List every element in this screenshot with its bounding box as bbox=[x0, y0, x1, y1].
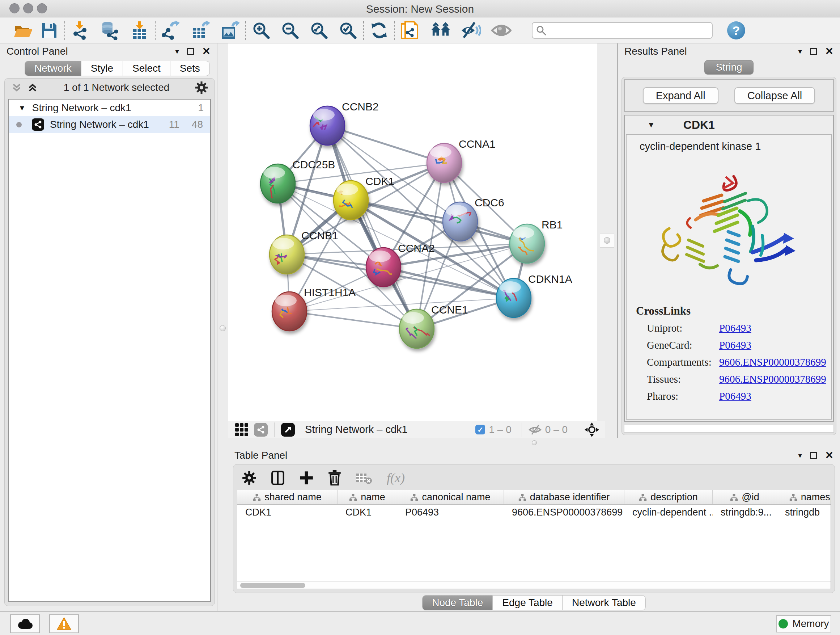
column-header-canonical-name[interactable]: canonical name bbox=[397, 490, 504, 504]
selected-nodes-checkbox[interactable]: ✓ bbox=[475, 424, 485, 434]
delete-column-trash-icon[interactable] bbox=[328, 470, 341, 486]
network-node-CDK1[interactable] bbox=[333, 181, 368, 220]
network-node-CDKN1A[interactable] bbox=[496, 279, 531, 318]
network-node-CCNA1[interactable] bbox=[427, 143, 462, 182]
table-cell[interactable]: stringdb:9... bbox=[713, 507, 777, 518]
zoom-in-button[interactable] bbox=[251, 20, 271, 41]
panel-close-icon[interactable]: ✕ bbox=[825, 450, 834, 461]
panel-collapse-icon[interactable]: ▾ bbox=[175, 47, 179, 56]
table-cell[interactable]: 9606.ENSP00000378699 bbox=[504, 507, 624, 518]
panel-float-icon[interactable] bbox=[810, 48, 817, 55]
delete-table-icon[interactable] bbox=[355, 471, 372, 485]
panel-close-icon[interactable]: ✕ bbox=[825, 46, 834, 57]
cloud-button[interactable] bbox=[10, 614, 40, 633]
column-header-id[interactable]: @id bbox=[713, 490, 777, 504]
network-node-CCNE1[interactable] bbox=[399, 309, 434, 348]
column-header-description[interactable]: description bbox=[624, 490, 713, 504]
memory-button[interactable]: Memory bbox=[776, 615, 831, 632]
table-cell[interactable]: stringdb bbox=[777, 507, 831, 518]
tab-network[interactable]: Network bbox=[25, 61, 81, 76]
string-import-button[interactable] bbox=[400, 20, 420, 41]
birds-eye-view-icon[interactable] bbox=[281, 423, 295, 437]
right-splitter[interactable] bbox=[597, 43, 617, 438]
collapse-all-button[interactable]: Collapse All bbox=[734, 87, 815, 104]
export-image-button[interactable] bbox=[220, 20, 240, 41]
splitter-handle[interactable] bbox=[532, 440, 537, 445]
table-cell[interactable]: CDK1 bbox=[338, 507, 397, 518]
string-home-button[interactable] bbox=[431, 20, 451, 41]
expand-all-button[interactable]: Expand All bbox=[643, 87, 718, 104]
table-settings-gear-icon[interactable] bbox=[242, 470, 256, 485]
grid-view-icon[interactable] bbox=[235, 423, 248, 436]
network-node-CDC6[interactable] bbox=[443, 202, 477, 241]
network-node-CCNA2[interactable] bbox=[366, 248, 401, 287]
tab-select[interactable]: Select bbox=[123, 61, 171, 76]
crosslink-link[interactable]: 9606.ENSP00000378699 bbox=[719, 356, 826, 368]
splitter-collapse-button[interactable] bbox=[600, 233, 614, 248]
save-session-button[interactable] bbox=[39, 20, 59, 41]
panel-collapse-icon[interactable]: ▾ bbox=[798, 47, 802, 56]
results-scrollbar-track[interactable] bbox=[624, 424, 834, 432]
table-cell[interactable]: cyclin-dependent ... bbox=[624, 507, 713, 518]
tab-node-table[interactable]: Node Table bbox=[422, 595, 493, 610]
help-button[interactable]: ? bbox=[727, 21, 745, 40]
import-table-button[interactable] bbox=[129, 20, 150, 41]
entry-collapse-caret[interactable]: ▼ bbox=[647, 120, 655, 130]
show-selection-button[interactable] bbox=[491, 20, 512, 41]
network-overview-icon[interactable] bbox=[254, 423, 268, 437]
panel-close-icon[interactable]: ✕ bbox=[202, 46, 210, 57]
import-network-database-button[interactable] bbox=[100, 20, 120, 41]
network-row-selected[interactable]: String Network – cdk1 11 48 bbox=[9, 116, 210, 133]
network-node-HIST1H1A[interactable] bbox=[272, 292, 307, 331]
tab-network-table[interactable]: Network Table bbox=[562, 595, 646, 610]
network-node-RB1[interactable] bbox=[510, 224, 545, 263]
gear-icon[interactable] bbox=[195, 81, 208, 94]
open-session-button[interactable] bbox=[12, 20, 33, 41]
panel-float-icon[interactable] bbox=[810, 452, 817, 459]
table-hscrollbar[interactable] bbox=[237, 581, 831, 589]
export-network-button[interactable] bbox=[161, 20, 181, 41]
column-header-database-identifier[interactable]: database identifier bbox=[504, 490, 624, 504]
table-row[interactable]: CDK1CDK1P064939606.ENSP00000378699cyclin… bbox=[237, 505, 831, 520]
expand-all-icon[interactable] bbox=[27, 82, 38, 93]
column-header-shared-name[interactable]: shared name bbox=[237, 490, 338, 504]
tab-sets[interactable]: Sets bbox=[171, 61, 210, 76]
splitter-handle[interactable] bbox=[219, 325, 226, 331]
apply-style-button[interactable] bbox=[369, 20, 389, 41]
network-node-CCNB2[interactable] bbox=[310, 106, 345, 145]
network-node-CDC25B[interactable] bbox=[261, 164, 295, 203]
collapse-all-icon[interactable] bbox=[11, 82, 22, 93]
column-header-namespace[interactable]: namespace bbox=[777, 490, 831, 504]
crosslink-link[interactable]: P06493 bbox=[719, 339, 752, 351]
hide-selection-button[interactable] bbox=[461, 20, 481, 41]
zoom-fit-button[interactable] bbox=[309, 20, 329, 41]
network-graph[interactable]: CCNB2CCNA1CDC25BCDK1CDC6RB1CCNB1CCNA2CDK… bbox=[228, 43, 597, 421]
crosshair-icon[interactable] bbox=[584, 423, 599, 437]
panel-collapse-icon[interactable]: ▾ bbox=[798, 451, 802, 460]
zoom-out-button[interactable] bbox=[280, 20, 300, 41]
crosslink-link[interactable]: 9606.ENSP00000378699 bbox=[719, 373, 826, 385]
hidden-eye-icon[interactable] bbox=[529, 424, 542, 435]
node-table[interactable]: shared namenamecanonical namedatabase id… bbox=[237, 490, 831, 589]
warnings-button[interactable] bbox=[49, 614, 79, 633]
tab-string[interactable]: String bbox=[704, 60, 753, 74]
zoom-selected-button[interactable] bbox=[338, 20, 358, 41]
scrollbar-thumb[interactable] bbox=[240, 583, 305, 588]
export-table-button[interactable] bbox=[190, 20, 210, 41]
tab-style[interactable]: Style bbox=[81, 61, 123, 76]
column-header-name[interactable]: name bbox=[338, 490, 397, 504]
crosslink-link[interactable]: P06493 bbox=[719, 322, 752, 334]
network-collection-row[interactable]: ▼ String Network – cdk1 1 bbox=[9, 100, 210, 116]
panel-float-icon[interactable] bbox=[187, 48, 194, 55]
tab-edge-table[interactable]: Edge Table bbox=[493, 595, 562, 610]
tree-expand-caret[interactable]: ▼ bbox=[19, 104, 26, 112]
network-node-CCNB1[interactable] bbox=[270, 235, 304, 274]
network-canvas[interactable]: CCNB2CCNA1CDC25BCDK1CDC6RB1CCNB1CCNA2CDK… bbox=[228, 43, 597, 421]
crosslink-link[interactable]: P06493 bbox=[719, 390, 752, 402]
import-network-file-button[interactable] bbox=[70, 20, 90, 41]
table-cell[interactable]: P06493 bbox=[397, 507, 504, 518]
show-columns-icon[interactable] bbox=[271, 470, 285, 485]
node-entry-header[interactable]: ▼ CDK1 bbox=[625, 116, 833, 134]
left-splitter[interactable] bbox=[217, 43, 228, 611]
table-cell[interactable]: CDK1 bbox=[237, 507, 338, 518]
